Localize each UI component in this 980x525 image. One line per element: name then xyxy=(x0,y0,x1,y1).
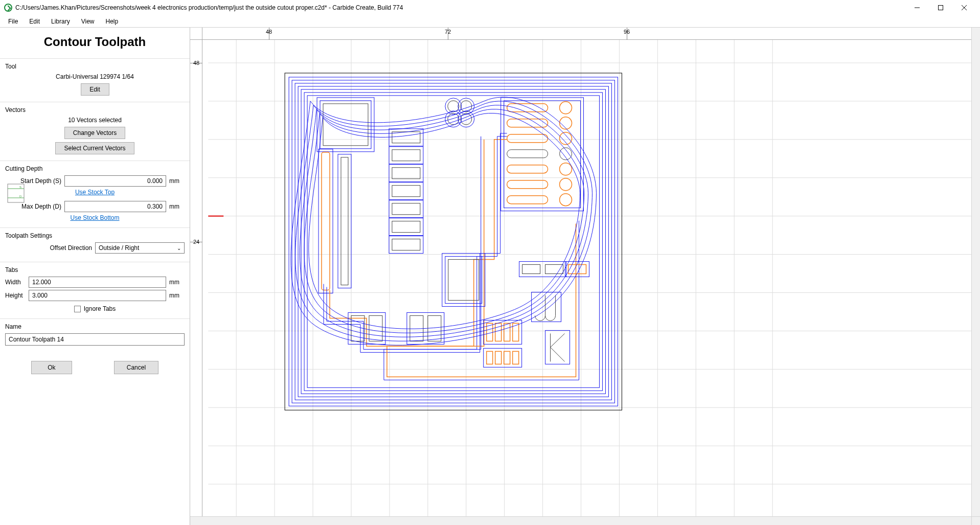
ok-button[interactable]: Ok xyxy=(31,361,72,374)
ruler-horizontal: 48 72 96 xyxy=(202,28,980,40)
tabs-width-label: Width xyxy=(5,279,26,286)
max-depth-input[interactable] xyxy=(64,201,166,212)
svg-rect-39 xyxy=(298,86,608,397)
app-icon xyxy=(4,4,12,12)
minimize-button[interactable] xyxy=(905,0,929,15)
pcb-toolpaths xyxy=(289,77,618,406)
menu-edit[interactable]: Edit xyxy=(24,16,45,27)
svg-rect-82 xyxy=(392,239,420,250)
tabs-section-label: Tabs xyxy=(5,266,185,273)
svg-point-57 xyxy=(560,117,572,129)
svg-text:S: S xyxy=(19,186,21,189)
svg-rect-75 xyxy=(389,165,423,182)
svg-point-67 xyxy=(560,194,572,206)
svg-rect-86 xyxy=(341,157,348,285)
svg-rect-74 xyxy=(392,168,420,179)
tabs-height-label: Height xyxy=(5,292,26,299)
start-depth-input[interactable] xyxy=(64,175,166,187)
maximize-button[interactable] xyxy=(929,0,952,15)
depth-diagram-icon: S D xyxy=(7,184,25,203)
canvas-area[interactable]: 48 72 96 48 24 xyxy=(190,28,980,525)
pcb-stock-outline xyxy=(285,73,622,410)
ignore-tabs-label: Ignore Tabs xyxy=(84,305,116,312)
window-title: C:/Users/James.Khan/Pictures/Screenshots… xyxy=(15,4,403,11)
use-stock-top-link[interactable]: Use Stock Top xyxy=(5,189,185,196)
svg-rect-76 xyxy=(392,186,420,197)
svg-rect-104 xyxy=(504,351,510,364)
svg-point-65 xyxy=(560,178,572,191)
select-current-vectors-button[interactable]: Select Current Vectors xyxy=(55,142,134,154)
svg-rect-54 xyxy=(507,104,548,112)
svg-rect-56 xyxy=(507,119,548,127)
svg-rect-62 xyxy=(507,165,548,173)
svg-rect-92 xyxy=(369,315,382,341)
toolpath-name-input[interactable] xyxy=(5,333,185,346)
svg-rect-99 xyxy=(504,323,510,341)
svg-rect-70 xyxy=(392,132,420,143)
svg-rect-80 xyxy=(392,221,420,233)
sidebar-panel: Contour Toolpath Tool Carbi-Universal 12… xyxy=(0,28,190,525)
svg-rect-84 xyxy=(322,152,330,290)
offset-direction-select[interactable]: Outside / Right ⌄ xyxy=(95,242,185,254)
svg-rect-90 xyxy=(442,254,485,307)
svg-rect-101 xyxy=(484,320,522,344)
svg-rect-87 xyxy=(338,154,351,288)
tabs-height-input[interactable] xyxy=(29,290,166,301)
panel-title: Contour Toolpath xyxy=(0,28,190,58)
svg-rect-79 xyxy=(389,200,423,218)
ruler-corner xyxy=(190,28,202,40)
unit-mm: mm xyxy=(169,279,185,286)
scrollbar-horizontal[interactable] xyxy=(190,516,971,525)
svg-rect-83 xyxy=(389,236,423,254)
svg-rect-73 xyxy=(389,147,423,164)
svg-rect-71 xyxy=(389,129,423,146)
chevron-down-icon: ⌄ xyxy=(177,245,181,251)
svg-rect-58 xyxy=(507,134,548,143)
menu-file[interactable]: File xyxy=(3,16,23,27)
design-svg[interactable] xyxy=(202,40,980,525)
tabs-width-input[interactable] xyxy=(29,277,166,288)
svg-rect-60 xyxy=(507,150,548,158)
svg-rect-4 xyxy=(8,184,24,202)
vectors-status: 10 Vectors selected xyxy=(68,117,122,124)
scrollbar-vertical[interactable] xyxy=(971,28,980,516)
svg-rect-1 xyxy=(939,6,943,10)
svg-rect-72 xyxy=(392,150,420,161)
svg-rect-78 xyxy=(392,203,420,215)
menu-library[interactable]: Library xyxy=(46,16,75,27)
offset-direction-value: Outside / Right xyxy=(99,244,139,252)
ruler-v-tick-24: 24 xyxy=(193,239,199,245)
menu-view[interactable]: View xyxy=(76,16,100,27)
svg-rect-45 xyxy=(317,98,374,152)
ruler-h-tick-72: 72 xyxy=(445,29,451,35)
svg-rect-44 xyxy=(320,101,371,149)
svg-text:D: D xyxy=(19,195,22,198)
svg-rect-81 xyxy=(389,218,423,236)
titlebar: C:/Users/James.Khan/Pictures/Screenshots… xyxy=(0,0,980,15)
use-stock-bottom-link[interactable]: Use Stock Bottom xyxy=(5,214,185,221)
svg-rect-102 xyxy=(487,351,493,364)
ruler-v-tick-48: 48 xyxy=(193,60,199,66)
svg-rect-89 xyxy=(445,257,482,304)
change-vectors-button[interactable]: Change Vectors xyxy=(64,127,125,139)
svg-rect-69 xyxy=(501,98,584,211)
design-viewport[interactable] xyxy=(202,40,980,525)
svg-rect-103 xyxy=(495,351,502,364)
svg-rect-66 xyxy=(507,196,548,204)
max-depth-label: Max Depth (D) xyxy=(5,203,61,210)
scrollbar-corner xyxy=(971,516,980,525)
svg-rect-113 xyxy=(545,330,570,364)
svg-rect-85 xyxy=(318,149,333,293)
ruler-vertical: 48 24 xyxy=(190,40,202,525)
ignore-tabs-checkbox[interactable] xyxy=(74,306,81,312)
name-section-label: Name xyxy=(5,323,185,330)
unit-mm: mm xyxy=(169,292,185,299)
ruler-h-tick-96: 96 xyxy=(624,29,630,35)
menu-help[interactable]: Help xyxy=(101,16,124,27)
svg-point-55 xyxy=(560,102,572,114)
cancel-button[interactable]: Cancel xyxy=(114,361,158,374)
svg-point-46 xyxy=(448,101,459,112)
unit-mm: mm xyxy=(169,177,185,185)
edit-tool-button[interactable]: Edit xyxy=(81,83,109,96)
close-button[interactable] xyxy=(952,0,976,15)
